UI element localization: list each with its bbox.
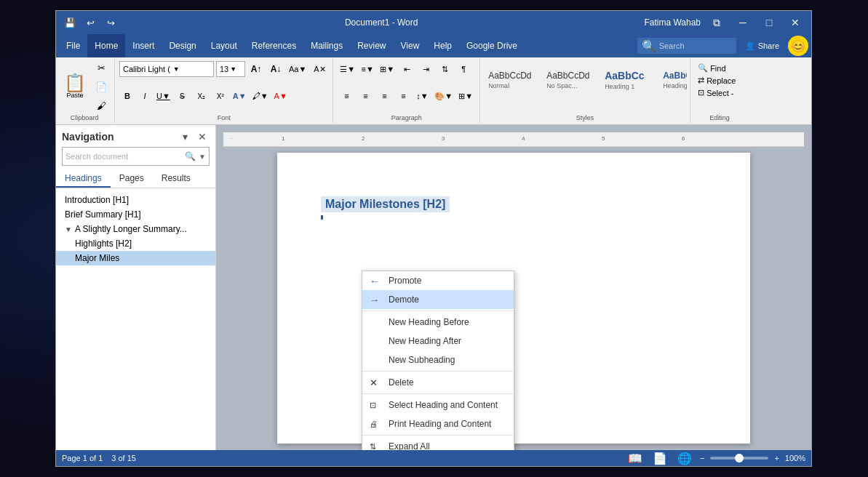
ctx-new-subheading[interactable]: New Subheading bbox=[362, 350, 514, 369]
cut-button[interactable]: ✂ bbox=[92, 59, 110, 76]
underline-button[interactable]: U▼ bbox=[154, 87, 172, 105]
minimize-button[interactable]: ─ bbox=[733, 12, 753, 33]
view-mode-print[interactable]: 📄 bbox=[650, 449, 669, 467]
format-painter-button[interactable]: 🖌 bbox=[92, 97, 110, 114]
style-nospace[interactable]: AaBbCcDd No Spac... bbox=[541, 60, 600, 100]
increase-font-button[interactable]: A↑ bbox=[247, 60, 265, 78]
subscript-button[interactable]: X₂ bbox=[193, 87, 210, 105]
bold-button[interactable]: B bbox=[119, 87, 135, 105]
ctx-delete[interactable]: ✕ Delete bbox=[362, 373, 514, 392]
style-normal[interactable]: AaBbCcDd Normal bbox=[483, 60, 541, 100]
nav-options-button[interactable]: ▾ bbox=[178, 129, 192, 144]
justify-button[interactable]: ≡ bbox=[394, 87, 412, 105]
heading-brief-text: Brief Summary [H1] bbox=[65, 209, 141, 220]
text-effects-button[interactable]: A▼ bbox=[231, 87, 249, 105]
ctx-new-heading-after[interactable]: New Heading After bbox=[362, 332, 514, 350]
align-center-button[interactable]: ≡ bbox=[357, 87, 374, 105]
menu-mailings[interactable]: Mailings bbox=[303, 34, 350, 57]
shading-button[interactable]: 🎨▼ bbox=[432, 87, 455, 105]
multilevel-button[interactable]: ⊞▼ bbox=[378, 60, 397, 78]
heading-item-majormiles[interactable]: Major Miles bbox=[56, 251, 215, 265]
italic-button[interactable]: I bbox=[137, 87, 153, 105]
tab-results[interactable]: Results bbox=[153, 170, 199, 188]
promote-icon: ← bbox=[370, 276, 379, 286]
style-heading2-label: Heading 2 bbox=[663, 82, 687, 89]
menu-design[interactable]: Design bbox=[162, 34, 203, 57]
heading-item-intro[interactable]: Introduction [H1] bbox=[56, 193, 215, 207]
redo-button[interactable]: ↪ bbox=[103, 15, 119, 31]
align-left-button[interactable]: ≡ bbox=[338, 87, 355, 105]
bullets-button[interactable]: ☰▼ bbox=[338, 60, 357, 78]
font-name-selector[interactable]: Calibri Light ( ▼ bbox=[119, 61, 214, 77]
menu-home[interactable]: Home bbox=[87, 34, 125, 57]
menu-help[interactable]: Help bbox=[426, 34, 459, 57]
close-button[interactable]: ✕ bbox=[785, 12, 805, 33]
nav-search-input[interactable] bbox=[65, 152, 182, 161]
copy-button[interactable]: 📄 bbox=[92, 78, 110, 95]
ctx-select-heading-content[interactable]: ⊡ Select Heading and Content bbox=[362, 396, 514, 414]
borders-button[interactable]: ⊞▼ bbox=[456, 87, 475, 105]
style-heading2[interactable]: AaBbCcE Heading 2 bbox=[658, 60, 687, 100]
find-button[interactable]: 🔍 Find bbox=[695, 62, 744, 74]
zoom-plus-button[interactable]: + bbox=[774, 454, 779, 462]
show-hide-button[interactable]: ¶ bbox=[455, 60, 472, 78]
undo-button[interactable]: ↩ bbox=[82, 15, 98, 31]
style-nospace-preview: AaBbCcDd bbox=[546, 71, 589, 81]
strikethrough-button[interactable]: S̶ bbox=[174, 87, 191, 105]
menu-insert[interactable]: Insert bbox=[125, 34, 162, 57]
ctx-promote[interactable]: ← Promote bbox=[362, 271, 514, 290]
change-case-button[interactable]: Aa▼ bbox=[287, 60, 308, 78]
menu-references[interactable]: References bbox=[244, 34, 303, 57]
decrease-font-button[interactable]: A↓ bbox=[267, 60, 284, 78]
ribbon-search-box[interactable]: 🔍 bbox=[637, 38, 736, 54]
find-icon: 🔍 bbox=[698, 63, 708, 73]
paste-button[interactable]: 📋 Paste bbox=[59, 68, 91, 105]
share-button[interactable]: 👤 Share bbox=[739, 40, 785, 52]
ctx-print-heading-content[interactable]: 🖨 Print Heading and Content bbox=[362, 414, 514, 433]
increase-indent-button[interactable]: ⇥ bbox=[417, 60, 434, 78]
numbering-button[interactable]: ≡▼ bbox=[359, 60, 376, 78]
ribbon-search-input[interactable] bbox=[659, 41, 732, 50]
navigation-title: Navigation bbox=[62, 131, 114, 143]
menu-review[interactable]: Review bbox=[350, 34, 393, 57]
heading-item-highlights[interactable]: Highlights [H2] bbox=[56, 236, 215, 251]
nav-search-box[interactable]: 🔍 ▼ bbox=[62, 147, 210, 166]
ctx-expand-all[interactable]: ⇅ Expand All bbox=[362, 437, 514, 450]
nav-search-dropdown[interactable]: ▼ bbox=[199, 153, 206, 161]
tab-pages[interactable]: Pages bbox=[111, 170, 153, 188]
heading-item-summary[interactable]: ▼ A Slightly Longer Summary... bbox=[56, 222, 215, 236]
menu-view[interactable]: View bbox=[394, 34, 427, 57]
style-heading1-preview: AaBbCc bbox=[605, 70, 644, 81]
view-mode-read[interactable]: 📖 bbox=[626, 449, 645, 467]
ruler: · 1 2 3 4 5 6 bbox=[223, 132, 804, 147]
line-spacing-button[interactable]: ↕▼ bbox=[413, 87, 431, 105]
ctx-new-heading-before[interactable]: New Heading Before bbox=[362, 313, 514, 332]
maximize-button[interactable]: □ bbox=[759, 12, 779, 33]
view-mode-web[interactable]: 🌐 bbox=[675, 449, 694, 467]
menu-googledrive[interactable]: Google Drive bbox=[459, 34, 525, 57]
save-button[interactable]: 💾 bbox=[62, 15, 78, 31]
ctx-demote[interactable]: → Demote bbox=[362, 290, 514, 309]
zoom-minus-button[interactable]: − bbox=[700, 454, 704, 462]
clear-format-button[interactable]: A✕ bbox=[311, 60, 328, 78]
select-button[interactable]: ⊡ Select - bbox=[695, 87, 744, 99]
replace-icon: ⇄ bbox=[698, 76, 704, 85]
decrease-indent-button[interactable]: ⇤ bbox=[398, 60, 415, 78]
nav-close-button[interactable]: ✕ bbox=[195, 129, 210, 144]
heading-item-brief[interactable]: Brief Summary [H1] bbox=[56, 207, 215, 222]
text-highlight-button[interactable]: 🖍▼ bbox=[250, 87, 271, 105]
tab-headings[interactable]: Headings bbox=[56, 170, 111, 188]
superscript-button[interactable]: X² bbox=[212, 87, 229, 105]
restore-down-button[interactable]: ⧉ bbox=[706, 12, 727, 33]
menu-file[interactable]: File bbox=[59, 34, 87, 57]
sort-button[interactable]: ⇅ bbox=[436, 60, 453, 78]
zoom-slider[interactable] bbox=[710, 457, 768, 460]
demote-icon: → bbox=[370, 294, 379, 305]
style-heading1[interactable]: AaBbCc Heading 1 bbox=[600, 60, 658, 100]
menu-layout[interactable]: Layout bbox=[204, 34, 244, 57]
font-size-selector[interactable]: 13 ▼ bbox=[216, 61, 245, 77]
replace-button[interactable]: ⇄ Replace bbox=[695, 74, 744, 87]
font-color-button[interactable]: A▼ bbox=[272, 87, 290, 105]
expand-all-icon: ⇅ bbox=[370, 442, 376, 451]
align-right-button[interactable]: ≡ bbox=[375, 87, 393, 105]
